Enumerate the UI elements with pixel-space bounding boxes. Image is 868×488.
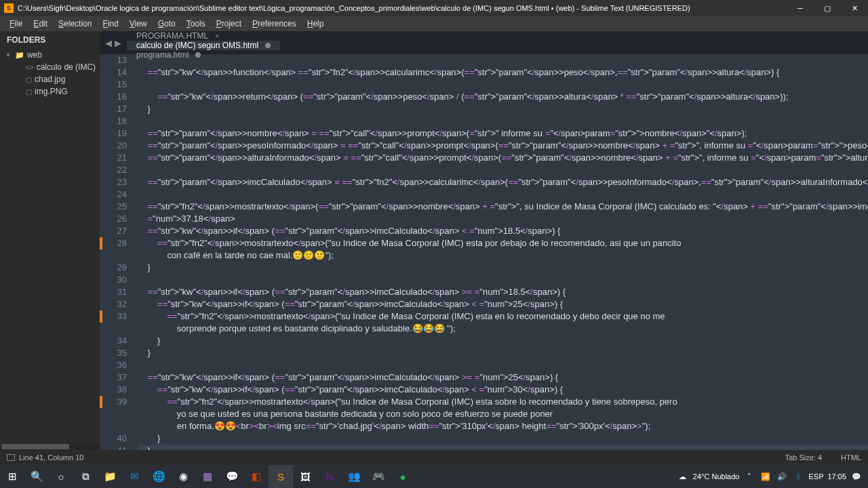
menu-selection[interactable]: Selection [53, 19, 97, 28]
file-item[interactable]: ▢chad.jpg [0, 73, 100, 85]
menu-find[interactable]: Find [97, 19, 123, 28]
file-icon: <> [26, 64, 34, 71]
menubar: FileEditSelectionFindViewGotoToolsProjec… [0, 16, 868, 31]
menu-edit[interactable]: Edit [28, 19, 53, 28]
file-item[interactable]: ▢img.PNG [0, 85, 100, 98]
tray-chevron-icon[interactable]: ˄ [743, 470, 755, 483]
menu-view[interactable]: View [124, 19, 153, 28]
spotify-icon[interactable]: ● [391, 465, 415, 488]
clock[interactable]: 17:05 [827, 472, 846, 481]
onenote-icon[interactable]: N [317, 465, 342, 488]
close-button[interactable]: ✕ [841, 0, 868, 16]
sidebar-title: FOLDERS [0, 31, 100, 49]
menu-preferences[interactable]: Preferences [247, 19, 302, 28]
line-numbers: 13141516171819202122232425262728 2930313… [104, 54, 136, 450]
language-indicator[interactable]: ESP [808, 472, 823, 481]
volume-icon[interactable]: 🔊 [776, 470, 788, 483]
folder-icon: 📁 [15, 51, 24, 60]
chevron-down-icon: ▼ [5, 52, 11, 58]
file-icon: ▢ [26, 88, 32, 96]
tab-nav-arrows[interactable]: ◀ ▶ [100, 31, 127, 54]
wifi-icon[interactable]: 📶 [760, 470, 772, 483]
syntax-mode[interactable]: HTML [841, 453, 861, 462]
window-title: C:\Users\Sigfr\Desktop\Oracle logica de … [18, 4, 787, 12]
weather-text[interactable]: 24°C Nublado [693, 472, 740, 481]
file-icon: ▢ [26, 76, 32, 83]
menu-project[interactable]: Project [211, 19, 247, 28]
menu-goto[interactable]: Goto [153, 19, 181, 28]
menu-file[interactable]: File [4, 19, 28, 28]
folder-root[interactable]: ▼ 📁 web [0, 49, 100, 61]
sidebar: FOLDERS ▼ 📁 web <>calculo de (IMC)▢chad.… [0, 31, 100, 450]
menu-tools[interactable]: Tools [181, 19, 211, 28]
chrome-icon[interactable]: ◉ [171, 465, 195, 488]
minimize-button[interactable]: ─ [787, 0, 814, 16]
file-item[interactable]: <>calculo de (IMC) [0, 61, 100, 73]
statusbar: Line 41, Column 10 Tab Size: 4 HTML [0, 450, 868, 465]
folder-label: web [27, 50, 42, 60]
mail-icon[interactable]: ✉ [122, 465, 146, 488]
discord-icon[interactable]: 🎮 [366, 465, 391, 488]
taskview-icon[interactable]: ⧉ [73, 465, 98, 488]
panel-icon[interactable] [7, 454, 15, 461]
edge-icon[interactable]: 🌐 [146, 465, 171, 488]
code-content[interactable]: =="str">"kw"</span>>function</span> =="s… [136, 54, 868, 450]
explorer-icon[interactable]: 📁 [98, 465, 122, 488]
tab-size[interactable]: Tab Size: 4 [785, 453, 822, 462]
maximize-button[interactable]: ▢ [814, 0, 841, 16]
sidebar-scrollbar[interactable] [0, 443, 100, 450]
teams-icon[interactable]: 👥 [342, 465, 366, 488]
notifications-icon[interactable]: 💬 [850, 470, 863, 483]
office-icon[interactable]: ◧ [244, 465, 269, 488]
app-icon-purple[interactable]: ▦ [195, 465, 220, 488]
bluetooth-icon[interactable]: ᛒ [792, 470, 804, 483]
app-icon: S [4, 3, 14, 13]
app-icon-misc[interactable]: 🖼 [293, 465, 317, 488]
cursor-position[interactable]: Line 41, Column 10 [19, 453, 83, 462]
editor-pane: ◀ ▶ PROGRAMA.HTML×calculo de (IMC) segun… [100, 31, 868, 450]
start-button[interactable]: ⊞ [0, 465, 24, 488]
titlebar: S C:\Users\Sigfr\Desktop\Oracle logica d… [0, 0, 868, 16]
dirty-indicator-icon [265, 43, 271, 48]
cortana-icon[interactable]: ○ [49, 465, 73, 488]
code-area[interactable]: 13141516171819202122232425262728 2930313… [100, 54, 868, 450]
tab-row: ◀ ▶ PROGRAMA.HTML×calculo de (IMC) segun… [100, 31, 868, 54]
whatsapp-icon[interactable]: 💬 [220, 465, 244, 488]
search-icon[interactable]: 🔍 [24, 465, 49, 488]
weather-icon[interactable]: ☁ [677, 470, 689, 483]
taskbar: ⊞ 🔍 ○ ⧉ 📁 ✉ 🌐 ◉ ▦ 💬 ◧ S 🖼 N 👥 🎮 ● ☁ 24°C… [0, 465, 868, 488]
menu-help[interactable]: Help [302, 19, 330, 28]
tab[interactable]: calculo de (IMC) segun OMS.html [127, 41, 280, 50]
tab[interactable]: PROGRAMA.HTML× [127, 31, 280, 41]
sublime-icon[interactable]: S [269, 465, 293, 488]
close-tab-icon[interactable]: × [215, 32, 219, 40]
